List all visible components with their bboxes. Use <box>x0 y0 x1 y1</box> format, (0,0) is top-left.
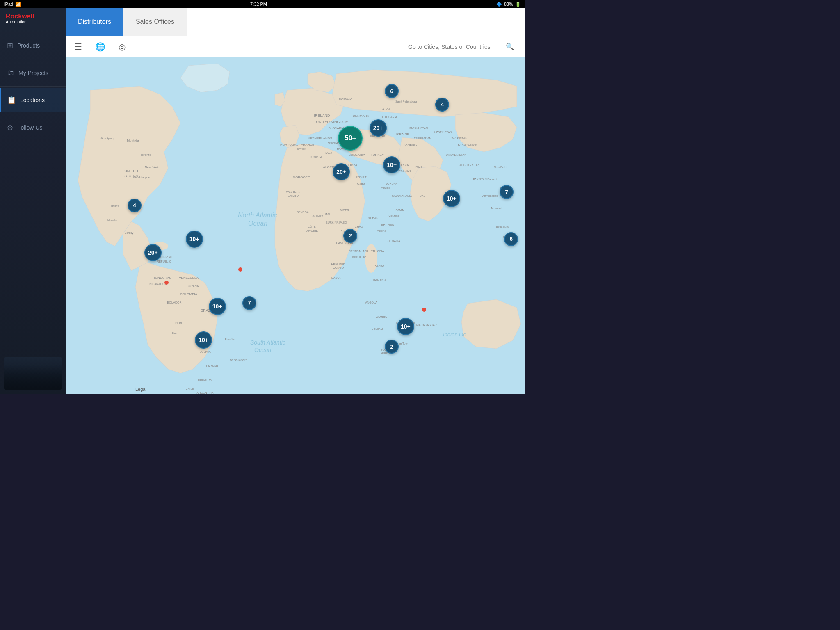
svg-text:LIBYA: LIBYA <box>348 163 358 167</box>
dot-peru <box>164 281 169 285</box>
logo-automation: Automation <box>6 20 60 25</box>
tab-distributors-label: Distributors <box>78 18 111 25</box>
city-silhouette <box>4 365 62 390</box>
locations-icon: 📋 <box>7 96 16 105</box>
location-icon[interactable]: ◎ <box>116 39 128 54</box>
svg-text:FRANCE: FRANCE <box>301 143 315 146</box>
sidebar-item-follow-us[interactable]: ⊙ Follow Us <box>0 116 66 139</box>
bluetooth-icon: 🔷 <box>496 2 502 7</box>
svg-text:NAMIBIA: NAMIBIA <box>372 328 383 331</box>
svg-text:ANGOLA: ANGOLA <box>365 301 377 304</box>
svg-text:Winnipeg: Winnipeg <box>100 137 113 140</box>
svg-text:MADAGASCAR: MADAGASCAR <box>416 324 437 326</box>
nav-divider-3 <box>0 86 66 87</box>
svg-text:Karachi: Karachi <box>487 178 497 181</box>
svg-text:Ahmedabad: Ahmedabad <box>482 194 498 197</box>
sidebar-bottom <box>0 353 66 394</box>
svg-text:DENMARK: DENMARK <box>353 114 370 118</box>
cluster-s-africa[interactable]: 10+ <box>397 318 414 335</box>
cluster-brazil-south[interactable]: 10+ <box>209 298 226 315</box>
cluster-s-africa-east-label: 2 <box>390 344 393 350</box>
svg-text:NORWAY: NORWAY <box>339 98 352 101</box>
legal-link[interactable]: Legal <box>135 387 146 392</box>
svg-text:HONDURAS: HONDURAS <box>153 276 171 280</box>
svg-text:JORDAN: JORDAN <box>386 182 398 185</box>
cluster-brazil-east-label: 7 <box>248 300 251 306</box>
svg-text:REPUBLIC: REPUBLIC <box>157 260 171 263</box>
svg-text:Medina: Medina <box>381 186 390 189</box>
cluster-central-europe[interactable]: 50+ <box>338 126 363 151</box>
tab-sales-offices[interactable]: Sales Offices <box>123 8 187 36</box>
svg-text:MALI: MALI <box>325 213 331 216</box>
svg-text:GUINEA: GUINEA <box>313 215 324 218</box>
svg-text:BURKINA FASO: BURKINA FASO <box>326 221 347 224</box>
svg-text:ZAMBIA: ZAMBIA <box>376 315 387 318</box>
cluster-east-europe[interactable]: 20+ <box>370 119 387 137</box>
svg-text:IRELAND: IRELAND <box>314 114 330 118</box>
svg-text:Washington: Washington <box>133 176 150 179</box>
svg-text:LITHUANIA: LITHUANIA <box>382 116 397 119</box>
logo: Rockwell Automation <box>6 13 60 25</box>
sidebar-item-locations[interactable]: 📋 Locations <box>0 88 66 112</box>
cluster-india-north[interactable]: 7 <box>500 185 514 199</box>
dot-brazil-center <box>238 267 242 272</box>
search-area[interactable]: 🔍 <box>404 41 518 52</box>
cluster-russia[interactable]: 4 <box>435 98 449 112</box>
svg-text:KAZAKHSTAN: KAZAKHSTAN <box>409 127 428 130</box>
svg-text:ERITREA: ERITREA <box>381 223 394 226</box>
svg-text:URUGUAY: URUGUAY <box>198 379 212 382</box>
svg-text:TURKMENISTAN: TURKMENISTAN <box>444 153 467 156</box>
toolbar: ☰ 🌐 ◎ 🔍 <box>66 36 525 57</box>
svg-text:PARAGU...: PARAGU... <box>206 365 221 368</box>
svg-text:UAE: UAE <box>420 194 426 197</box>
globe-icon[interactable]: 🌐 <box>93 39 108 54</box>
svg-text:ECUADOR: ECUADOR <box>167 301 181 304</box>
svg-text:Medina: Medina <box>377 229 386 232</box>
svg-text:CHILE: CHILE <box>186 387 194 390</box>
cluster-brazil-south-label: 10+ <box>212 303 222 310</box>
status-bar: iPad 📶 7:32 PM 🔷 83% 🔋 <box>0 0 525 8</box>
sidebar-item-products[interactable]: ⊞ Products <box>0 34 66 57</box>
sidebar: Rockwell Automation ⊞ Products 🗂 My Proj… <box>0 8 66 394</box>
search-input[interactable] <box>408 43 506 50</box>
cluster-finland[interactable]: 6 <box>385 84 399 98</box>
svg-text:DEM. REP.: DEM. REP. <box>331 262 346 265</box>
svg-text:ITALY: ITALY <box>324 151 333 155</box>
svg-text:CENTRAL AFR.: CENTRAL AFR. <box>349 250 369 253</box>
cluster-us-east[interactable]: 4 <box>128 199 142 212</box>
svg-text:Jersey: Jersey <box>125 231 134 235</box>
cluster-s-america-west[interactable]: 20+ <box>144 244 162 261</box>
cluster-east-europe-label: 20+ <box>373 125 383 131</box>
svg-text:Houston: Houston <box>107 219 118 222</box>
svg-text:CÔTE: CÔTE <box>308 225 316 228</box>
svg-text:YEMEN: YEMEN <box>389 215 399 218</box>
cluster-greece-label: 10+ <box>387 162 397 168</box>
cluster-west-africa-label: 2 <box>349 233 352 239</box>
svg-text:Dallas: Dallas <box>111 205 119 208</box>
top-area: Distributors Sales Offices <box>66 8 525 36</box>
svg-text:North Atlantic: North Atlantic <box>238 212 277 219</box>
svg-text:MOROCCO: MOROCCO <box>293 176 310 179</box>
svg-text:COLOMBIA: COLOMBIA <box>180 292 198 296</box>
cluster-colombia[interactable]: 10+ <box>186 231 203 248</box>
cluster-argentina[interactable]: 10+ <box>195 331 212 349</box>
cluster-iberia[interactable]: 20+ <box>333 163 350 180</box>
svg-text:KENYA: KENYA <box>374 264 384 267</box>
cluster-west-africa[interactable]: 2 <box>343 229 357 243</box>
svg-text:AZERBAIJAN: AZERBAIJAN <box>413 137 431 140</box>
list-icon[interactable]: ☰ <box>72 39 84 54</box>
logo-area: Rockwell Automation <box>0 8 66 30</box>
sidebar-item-products-label: Products <box>17 42 40 49</box>
cluster-greece[interactable]: 10+ <box>383 156 400 173</box>
svg-text:SPAIN: SPAIN <box>297 147 306 151</box>
svg-text:OMAN: OMAN <box>396 209 404 212</box>
cluster-brazil-east[interactable]: 7 <box>242 296 256 310</box>
map-area[interactable]: North Atlantic Ocean South Atlantic Ocea… <box>66 57 525 394</box>
tab-distributors[interactable]: Distributors <box>66 8 123 36</box>
cluster-india-south[interactable]: 6 <box>504 232 518 246</box>
sidebar-item-my-projects[interactable]: 🗂 My Projects <box>0 61 66 84</box>
cluster-middle-east[interactable]: 10+ <box>443 190 460 207</box>
cluster-s-africa-east[interactable]: 2 <box>385 340 399 354</box>
my-projects-icon: 🗂 <box>7 68 14 77</box>
cluster-iberia-label: 20+ <box>336 169 346 175</box>
